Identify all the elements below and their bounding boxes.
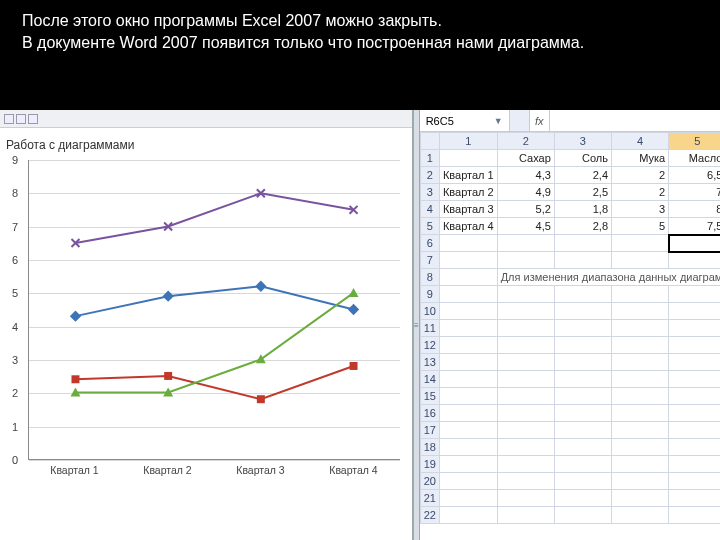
cell[interactable]: 4,3 bbox=[497, 167, 554, 184]
cell[interactable]: Мука bbox=[612, 150, 669, 167]
cell[interactable] bbox=[612, 388, 669, 405]
select-all-corner[interactable] bbox=[420, 133, 439, 150]
cell[interactable]: 4,5 bbox=[497, 218, 554, 235]
spreadsheet-grid[interactable]: 123451СахарСольМукаМасло2Квартал 14,32,4… bbox=[420, 132, 720, 524]
ruler-tab-stop[interactable] bbox=[28, 114, 38, 124]
cell[interactable]: 2 bbox=[612, 167, 669, 184]
cell[interactable] bbox=[612, 354, 669, 371]
cell[interactable]: Масло bbox=[669, 150, 720, 167]
cell[interactable]: Сахар bbox=[497, 150, 554, 167]
cell[interactable]: 1,8 bbox=[554, 201, 611, 218]
formula-bar[interactable] bbox=[550, 110, 720, 131]
ruler-tab-stop[interactable] bbox=[4, 114, 14, 124]
cell[interactable] bbox=[669, 439, 720, 456]
cell[interactable] bbox=[439, 354, 497, 371]
cell[interactable] bbox=[439, 235, 497, 252]
cell[interactable] bbox=[439, 269, 497, 286]
cell[interactable] bbox=[612, 507, 669, 524]
cell[interactable]: 3 bbox=[612, 201, 669, 218]
cell[interactable] bbox=[554, 405, 611, 422]
cell[interactable] bbox=[554, 303, 611, 320]
cell[interactable] bbox=[669, 235, 720, 252]
embedded-chart[interactable]: 0123456789 Квартал 1Квартал 2Квартал 3Кв… bbox=[6, 160, 406, 500]
cell[interactable] bbox=[439, 337, 497, 354]
chevron-down-icon[interactable]: ▼ bbox=[494, 116, 503, 126]
cell[interactable] bbox=[439, 150, 497, 167]
cell[interactable]: 7 bbox=[669, 184, 720, 201]
cell[interactable] bbox=[554, 371, 611, 388]
cell[interactable] bbox=[554, 252, 611, 269]
row-header[interactable]: 17 bbox=[420, 422, 439, 439]
cell[interactable] bbox=[669, 303, 720, 320]
cell[interactable] bbox=[554, 490, 611, 507]
cell[interactable] bbox=[439, 507, 497, 524]
row-header[interactable]: 12 bbox=[420, 337, 439, 354]
cell[interactable]: 2,8 bbox=[554, 218, 611, 235]
cell[interactable] bbox=[439, 388, 497, 405]
cell[interactable] bbox=[554, 507, 611, 524]
cell[interactable] bbox=[439, 473, 497, 490]
cell[interactable] bbox=[497, 371, 554, 388]
cell[interactable] bbox=[497, 235, 554, 252]
cell[interactable] bbox=[439, 456, 497, 473]
cell[interactable] bbox=[439, 371, 497, 388]
cell[interactable] bbox=[439, 286, 497, 303]
cell[interactable]: Квартал 3 bbox=[439, 201, 497, 218]
cell[interactable] bbox=[669, 473, 720, 490]
cell[interactable] bbox=[612, 371, 669, 388]
cell[interactable] bbox=[497, 507, 554, 524]
row-header[interactable]: 4 bbox=[420, 201, 439, 218]
cell[interactable] bbox=[497, 320, 554, 337]
cell[interactable] bbox=[612, 320, 669, 337]
column-header[interactable]: 5 bbox=[669, 133, 720, 150]
cell[interactable] bbox=[554, 422, 611, 439]
cell[interactable] bbox=[497, 439, 554, 456]
cell[interactable] bbox=[669, 286, 720, 303]
cell[interactable] bbox=[439, 252, 497, 269]
cell[interactable]: Для изменения диапазона данных диаграм bbox=[497, 269, 720, 286]
row-header[interactable]: 22 bbox=[420, 507, 439, 524]
row-header[interactable]: 16 bbox=[420, 405, 439, 422]
cell[interactable] bbox=[554, 286, 611, 303]
row-header[interactable]: 8 bbox=[420, 269, 439, 286]
cell[interactable] bbox=[497, 405, 554, 422]
cell[interactable] bbox=[554, 388, 611, 405]
cell[interactable]: 2,5 bbox=[554, 184, 611, 201]
row-header[interactable]: 15 bbox=[420, 388, 439, 405]
row-header[interactable]: 3 bbox=[420, 184, 439, 201]
cell[interactable] bbox=[554, 456, 611, 473]
row-header[interactable]: 7 bbox=[420, 252, 439, 269]
cell[interactable] bbox=[497, 473, 554, 490]
cell[interactable] bbox=[669, 405, 720, 422]
cell[interactable] bbox=[669, 371, 720, 388]
cell[interactable] bbox=[497, 252, 554, 269]
cell[interactable]: 8 bbox=[669, 201, 720, 218]
cell[interactable] bbox=[497, 354, 554, 371]
cell[interactable]: Квартал 1 bbox=[439, 167, 497, 184]
cell[interactable]: Квартал 4 bbox=[439, 218, 497, 235]
cell[interactable]: 4,9 bbox=[497, 184, 554, 201]
ruler-tab-stop[interactable] bbox=[16, 114, 26, 124]
column-header[interactable]: 3 bbox=[554, 133, 611, 150]
cell[interactable] bbox=[497, 286, 554, 303]
cell[interactable] bbox=[554, 235, 611, 252]
cell[interactable] bbox=[612, 422, 669, 439]
cell[interactable] bbox=[612, 490, 669, 507]
cell[interactable] bbox=[439, 320, 497, 337]
row-header[interactable]: 6 bbox=[420, 235, 439, 252]
cell[interactable] bbox=[669, 507, 720, 524]
name-box[interactable]: R6C5 ▼ bbox=[420, 110, 510, 131]
cell[interactable] bbox=[612, 405, 669, 422]
cell[interactable] bbox=[439, 405, 497, 422]
row-header[interactable]: 2 bbox=[420, 167, 439, 184]
cell[interactable] bbox=[497, 337, 554, 354]
cell[interactable] bbox=[554, 473, 611, 490]
cell[interactable] bbox=[497, 456, 554, 473]
row-header[interactable]: 21 bbox=[420, 490, 439, 507]
cell[interactable] bbox=[612, 456, 669, 473]
cell[interactable] bbox=[497, 422, 554, 439]
cell[interactable]: Соль bbox=[554, 150, 611, 167]
column-header[interactable]: 1 bbox=[439, 133, 497, 150]
cell[interactable] bbox=[612, 439, 669, 456]
cell[interactable] bbox=[497, 388, 554, 405]
